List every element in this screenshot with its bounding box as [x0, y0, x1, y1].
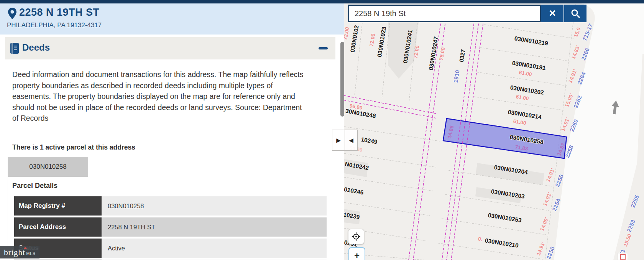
chevron-left-icon: ◀ — [349, 137, 353, 144]
page-title: 2258 N 19TH ST — [19, 7, 100, 18]
parcel-map-svg[interactable]: 030N010272.0072.00030N01023030N01024172.… — [344, 3, 644, 260]
locate-icon — [352, 232, 361, 241]
zoom-in-button[interactable]: + — [348, 247, 365, 260]
row-label: Map Registry # — [14, 196, 102, 216]
book-icon — [10, 43, 19, 54]
deeds-section-header[interactable]: Deeds — [5, 37, 335, 59]
deeds-description: Deed information and document transactio… — [12, 69, 305, 124]
table-row: Map Registry # 030N010258 — [14, 196, 327, 216]
close-icon: ✕ — [549, 9, 556, 18]
brand-accent-icon — [24, 247, 27, 249]
row-value: Active — [102, 239, 327, 258]
row-label: Parcel Address — [14, 217, 102, 237]
row-value: 2258 N 19TH ST — [102, 217, 327, 237]
brand-text: bright — [4, 247, 25, 257]
chevron-right-icon: ▶ — [336, 137, 341, 144]
brightmls-watermark: bright MLS — [0, 246, 39, 258]
details-panel: 2258 N 19TH ST PHILADELPHIA, PA 19132-43… — [0, 3, 344, 260]
collapse-panel-button[interactable]: ◀ — [345, 130, 358, 151]
search-input[interactable] — [348, 5, 541, 22]
search-icon — [570, 8, 580, 18]
top-navigation-bar — [0, 0, 644, 3]
tab-parcel-030N010258[interactable]: 030N010258 — [8, 157, 88, 177]
brand-suffix: MLS — [26, 251, 36, 256]
map-attribution-icon[interactable] — [618, 253, 628, 260]
parcel-details-heading: Parcel Details — [12, 182, 58, 190]
clear-search-button[interactable]: ✕ — [541, 5, 564, 22]
page-subtitle: PHILADELPHIA, PA 19132-4317 — [7, 21, 102, 29]
plus-icon: + — [354, 250, 360, 260]
deeds-section-title: Deeds — [22, 42, 50, 53]
address-header: 2258 N 19TH ST PHILADELPHIA, PA 19132-43… — [0, 3, 344, 35]
panel-scrollbar[interactable] — [340, 42, 344, 117]
collapse-section-icon[interactable] — [319, 47, 328, 49]
table-row: Status Active — [14, 239, 327, 258]
table-row: Parcel Address 2258 N 19TH ST — [14, 217, 327, 237]
location-pin-icon — [8, 8, 16, 19]
search-button[interactable] — [564, 5, 586, 22]
geolocate-button[interactable] — [348, 229, 364, 244]
row-value: 030N010258 — [102, 196, 327, 216]
app-window: 030N010272.0072.00030N01023030N01024172.… — [0, 0, 644, 260]
panel-collapse-controls: ▶ ◀ — [332, 130, 358, 151]
map-search-bar: ✕ — [348, 5, 586, 22]
expand-panel-button[interactable]: ▶ — [332, 130, 345, 151]
active-parcel-text: There is 1 active parcel at this address — [12, 143, 135, 151]
map-canvas[interactable]: 030N010272.0072.00030N01023030N01024172.… — [344, 3, 644, 260]
map-label: 0. — [478, 236, 483, 242]
